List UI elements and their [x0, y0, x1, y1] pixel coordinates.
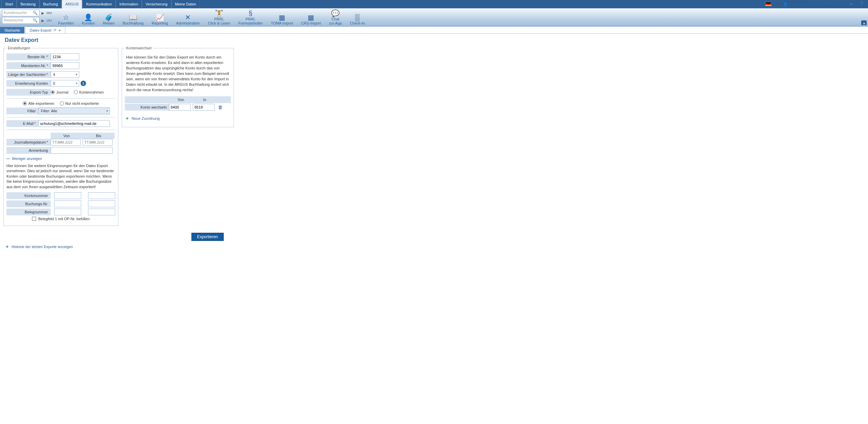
legend-kontenwechsel: Kontenwechsel — [125, 46, 153, 50]
kunden-run-icon[interactable]: ▶ — [41, 11, 45, 15]
checkbox-belegfeld[interactable] — [32, 217, 36, 221]
ribbon-favoriten[interactable]: ☆Favoriten — [54, 8, 78, 25]
select-filter[interactable]: Filter: Alle ▾ — [38, 108, 110, 114]
ribbon-chat[interactable]: 💬Chatzur App — [325, 8, 346, 25]
user-icon: 👤 — [783, 2, 788, 6]
top-tab-argus[interactable]: ARGUS — [62, 0, 82, 9]
input-journal-von[interactable] — [51, 139, 81, 146]
ribbon-icon: ☆ — [63, 14, 69, 21]
header-bis: Bis — [83, 133, 115, 139]
input-berater[interactable] — [51, 53, 79, 60]
ribbon-label: Buchhaltung — [123, 21, 143, 25]
input-buchungsnr-von[interactable] — [54, 200, 81, 207]
ribbon-icon: ✕ — [185, 14, 191, 21]
top-tab-start[interactable]: Start — [1, 0, 17, 9]
ribbon-kunden[interactable]: 👤Kunden — [78, 8, 99, 25]
kunden-binocular-icon[interactable]: 👓 — [46, 10, 52, 16]
select-laenge[interactable]: 4▾ — [51, 71, 79, 78]
label-erweiterung: Erweiterung Konten — [6, 80, 51, 87]
link-weniger-anzeigen[interactable]: Weniger anzeigen — [6, 157, 115, 161]
ribbon-icon: 💬 — [331, 10, 340, 17]
user-menu[interactable]: 👤 Schulung 1 99965 Schulungsdatenbank Ak… — [783, 0, 852, 8]
input-konto-von[interactable] — [169, 104, 191, 111]
info-icon[interactable]: i — [81, 81, 86, 86]
ribbon-prrl[interactable]: 🏋PRRLClick & Learn — [204, 8, 234, 25]
help-icon[interactable]: ? — [856, 1, 867, 8]
flag-menu-icon[interactable]: ▤ — [776, 2, 779, 6]
link-historie[interactable]: ＋ Historie der letzten Exporte anzeigen — [0, 241, 868, 257]
delete-row-icon[interactable]: 🗑 — [218, 104, 223, 110]
ribbon-crs-import[interactable]: ▦CRS-Import — [297, 8, 325, 25]
radio-journal[interactable] — [51, 90, 55, 94]
label-filter: Filter — [6, 108, 38, 114]
ribbon: Kundensuche 🔍 ▶ 👓 Reisesuche 🔍 ▶ 👓 ☆Favo… — [0, 9, 868, 26]
search-icon: 🔍 — [33, 18, 38, 23]
konto-row: Konto wechseln 🗑 — [125, 103, 231, 111]
chevron-down-icon: ▾ — [76, 73, 78, 76]
reise-binocular-icon[interactable]: 👓 — [46, 18, 52, 23]
ribbon-label: Check-In — [350, 21, 365, 25]
plus-icon: ＋ — [125, 115, 130, 121]
top-tab-kommunikation[interactable]: Kommunikation — [82, 0, 116, 9]
ribbon-icon: 🧳 — [104, 14, 113, 21]
top-tab-versicherung[interactable]: Versicherung — [142, 0, 171, 9]
ribbon-prrl[interactable]: §PRRLFormularbutler — [234, 8, 267, 25]
reise-search-input[interactable]: Reisesuche 🔍 — [2, 17, 39, 24]
radio-alle[interactable] — [23, 101, 27, 105]
ribbon-check-in[interactable]: ▒Check-In — [346, 8, 369, 25]
ribbon-buchhaltung[interactable]: 📖Buchhaltung — [119, 8, 148, 25]
input-kontonummer-bis[interactable] — [88, 192, 115, 199]
radio-alle-label: Alle exportieren — [28, 101, 54, 105]
ribbon-collapse-icon[interactable]: ▴ — [861, 20, 867, 25]
input-belegnummer-bis[interactable] — [88, 209, 115, 215]
top-tab-beratung[interactable]: Beratung — [17, 0, 39, 9]
radio-journal-label: Journal — [56, 90, 68, 94]
tab-startseite[interactable]: Startseite — [0, 27, 24, 33]
top-tab-meine daten[interactable]: Meine Daten — [171, 0, 200, 9]
top-nav: StartBeratungBuchungARGUSKommunikationIn… — [0, 0, 868, 9]
input-kontonummer-von[interactable] — [54, 192, 81, 199]
label-journaldatum: Journalbelegdatum* — [6, 139, 51, 146]
ribbon-administration[interactable]: ✕Administration — [172, 8, 204, 25]
label-belegnummer: Belegnummer — [6, 209, 51, 215]
ribbon-label: Kunden — [82, 21, 95, 25]
input-journal-bis[interactable] — [83, 139, 113, 146]
reload-icon[interactable]: ⟳ — [53, 28, 56, 32]
input-mandanten[interactable] — [51, 62, 79, 69]
export-button[interactable]: Exportieren — [191, 233, 224, 241]
input-konto-in[interactable] — [193, 104, 215, 111]
label-mandanten: Mandanten-Nr.* — [6, 62, 51, 69]
link-neue-zuordnung[interactable]: ＋ Neue Zuordnung — [125, 115, 231, 121]
ribbon-reporting[interactable]: 📈Reporting — [148, 8, 172, 25]
input-email[interactable] — [38, 120, 110, 127]
ribbon-reisen[interactable]: 🧳Reisen — [99, 8, 119, 25]
select-erweiterung[interactable]: 0▾ — [51, 80, 79, 87]
kunden-search-input[interactable]: Kundensuche 🔍 — [2, 10, 39, 16]
ribbon-label: Favoriten — [58, 21, 74, 25]
header-konto-von: Von — [169, 96, 193, 103]
chevron-down-icon: ▾ — [76, 82, 78, 85]
reise-run-icon[interactable]: ▶ — [41, 19, 45, 22]
search-icon: 🔍 — [33, 11, 38, 15]
input-buchungsnr-bis[interactable] — [88, 200, 115, 207]
top-tab-buchung[interactable]: Buchung — [39, 0, 62, 9]
close-icon[interactable]: × — [58, 28, 61, 32]
radio-kontenrahmen[interactable] — [74, 90, 78, 94]
label-belegfeld: Belegfeld 1 mit OP-Nr. befüllen — [38, 217, 89, 221]
input-belegnummer-von[interactable] — [54, 209, 81, 215]
page-tabs: Startseite Datev Export ⟳ × — [0, 26, 868, 34]
ribbon-label: TOMA Import — [271, 21, 293, 25]
ribbon-label: PRRLClick & Learn — [208, 17, 230, 25]
tab-datev-export[interactable]: Datev Export ⟳ × — [25, 27, 65, 33]
label-anmerkung: Anmerkung — [6, 147, 51, 154]
radio-kontenrahmen-label: Kontenrahmen — [79, 90, 104, 94]
input-anmerkung[interactable] — [51, 147, 113, 154]
flag-de-icon[interactable] — [765, 2, 771, 6]
radio-nur-nicht[interactable] — [60, 101, 64, 105]
ribbon-toma-import[interactable]: ▦TOMA Import — [267, 8, 297, 25]
ribbon-label: CRS-Import — [301, 21, 321, 25]
fieldset-kontenwechsel: Kontenwechsel Hier können Sie für den Da… — [122, 46, 234, 127]
label-email: E-Mail* — [6, 120, 38, 127]
ribbon-icon: 🏋 — [215, 10, 223, 17]
top-tab-information[interactable]: Information — [116, 0, 142, 9]
